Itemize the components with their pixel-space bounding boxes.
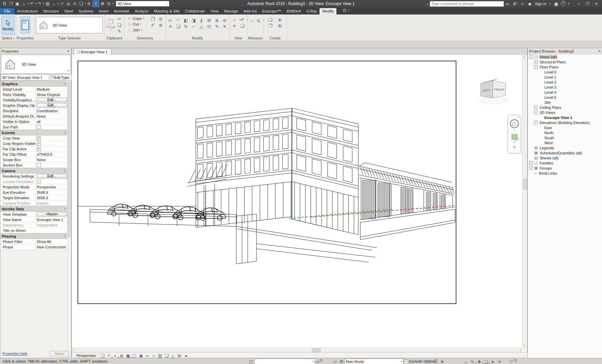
checkbox[interactable]: ✓ bbox=[37, 142, 41, 146]
tree-item-floor-plans[interactable]: −Floor Plans bbox=[528, 64, 602, 69]
minimize-button[interactable]: ─ bbox=[575, 1, 582, 7]
text-icon[interactable]: A bbox=[72, 1, 78, 7]
demolish-icon[interactable]: ⊚ bbox=[157, 22, 164, 28]
project-browser-header[interactable]: Project Browser - Building3 ✕ bbox=[528, 48, 602, 54]
tree-item-west[interactable]: West bbox=[528, 140, 602, 145]
properties-panel-label[interactable]: Properties bbox=[16, 36, 34, 40]
match-type-icon[interactable]: ✎ bbox=[116, 28, 123, 34]
restore-button[interactable]: ❐ bbox=[584, 1, 591, 7]
tab-insert[interactable]: Insert bbox=[96, 8, 111, 14]
default-3d-view-icon[interactable]: ❑ bbox=[78, 1, 84, 7]
tree-item-sheets-all-[interactable]: ▧Sheets (all) bbox=[528, 155, 602, 160]
aligned-dimension-icon[interactable]: ↗ bbox=[59, 1, 65, 7]
cut-to-clipboard-icon[interactable]: ✂ bbox=[116, 16, 123, 22]
active-view-combo[interactable]: 3D View ▾ bbox=[116, 1, 170, 7]
hide-isolate-icon[interactable]: ❏ bbox=[238, 23, 246, 29]
sign-in-dropdown-icon[interactable]: ▾ bbox=[548, 1, 552, 7]
collapse-icon[interactable]: « bbox=[63, 208, 66, 210]
tab-add-ins[interactable]: Add-Ins bbox=[241, 8, 260, 14]
type-selector-panel-label[interactable]: Type Selector bbox=[34, 36, 104, 40]
vertical-scrollbar[interactable]: ▴ ▾ bbox=[522, 55, 527, 347]
search-icon[interactable]: ∞ bbox=[505, 1, 511, 7]
tree-item-level-2[interactable]: Level 2 bbox=[528, 80, 602, 85]
tab-annotate[interactable]: Annotate bbox=[111, 8, 132, 14]
tab-view[interactable]: View bbox=[208, 8, 221, 14]
properties-palette-header[interactable]: Properties ✕ bbox=[0, 48, 71, 54]
checkbox[interactable]: ✓ bbox=[37, 147, 41, 151]
viewcube[interactable]: LEFT FRONT bbox=[478, 76, 510, 107]
worksharing-display-icon[interactable]: ☼ bbox=[462, 359, 469, 364]
collapse-icon[interactable]: − bbox=[529, 55, 533, 59]
copy-to-clipboard-icon[interactable]: ❏ bbox=[116, 22, 123, 28]
offset-icon[interactable]: ◠ bbox=[174, 17, 182, 23]
tree-item-north[interactable]: North bbox=[528, 130, 602, 135]
tree-item-level-0[interactable]: Level 0 bbox=[528, 69, 602, 74]
tab-steel[interactable]: Steel bbox=[62, 8, 76, 14]
switch-windows-icon[interactable]: ⊟ bbox=[106, 1, 112, 7]
exclude-options-checkbox[interactable]: ✓ bbox=[404, 359, 408, 364]
property-value[interactable]: ✓ bbox=[36, 146, 67, 151]
horizontal-scrollbar[interactable]: ◂ ▸ bbox=[72, 347, 527, 353]
checkbox[interactable] bbox=[37, 125, 41, 129]
delete-icon[interactable]: ✕ bbox=[221, 23, 229, 29]
edit-button[interactable]: <None> bbox=[37, 212, 67, 216]
mirror-draw-axis-icon[interactable]: ◨ bbox=[190, 17, 198, 23]
scale-icon[interactable]: △ bbox=[198, 23, 205, 29]
property-value[interactable]: Perspective bbox=[36, 184, 67, 189]
match-properties-icon[interactable]: ✎ bbox=[213, 23, 221, 29]
clipboard-panel-label[interactable]: Clipboard bbox=[104, 36, 124, 40]
active-workset-combo[interactable]: ▾ bbox=[254, 359, 315, 364]
property-value[interactable]: Coordination bbox=[36, 108, 67, 113]
save-icon[interactable]: ▣ bbox=[14, 1, 20, 7]
press-drag-icon[interactable]: ➤ bbox=[439, 358, 446, 364]
tree-item-site[interactable]: Site bbox=[528, 100, 602, 105]
tree-item-views-all-[interactable]: −◫Views (all) bbox=[528, 54, 602, 59]
property-value[interactable] bbox=[36, 124, 67, 129]
close-inactive-views-icon[interactable]: ⊠ bbox=[100, 1, 106, 7]
close-icon[interactable]: ✕ bbox=[67, 49, 70, 53]
filter-icon[interactable]: ▽ bbox=[508, 358, 514, 364]
collapse-icon[interactable]: « bbox=[63, 83, 66, 85]
tree-item-elevations-building-elevation-[interactable]: −Elevations (Building Elevation) bbox=[528, 120, 602, 125]
create-similar-icon[interactable]: ❐ bbox=[266, 23, 275, 29]
property-value[interactable]: Enscape View 1 bbox=[36, 217, 67, 222]
tab-collaborate[interactable]: Collaborate bbox=[182, 8, 208, 14]
cut-profile-icon[interactable]: ≡ bbox=[230, 23, 238, 29]
cut-geometry-button[interactable]: ○Cut▾ bbox=[126, 21, 144, 27]
search-input[interactable] bbox=[430, 1, 504, 7]
unpin-icon[interactable]: ⊖ bbox=[221, 17, 229, 23]
edit-type-button[interactable]: ❐ Edit Type bbox=[49, 74, 72, 81]
editing-requests-icon[interactable]: ✎✕ bbox=[469, 359, 476, 364]
tree-item-3d-views[interactable]: −3D Views bbox=[528, 110, 602, 115]
collapse-icon[interactable]: − bbox=[534, 111, 538, 114]
scroll-left-icon[interactable]: ◂ bbox=[73, 349, 74, 352]
property-value[interactable]: Show Original bbox=[36, 92, 67, 97]
navigation-bar[interactable]: ✕ ▾ ▾ ⊖ bbox=[508, 115, 521, 153]
apply-coping-icon[interactable]: ❐ bbox=[149, 16, 157, 22]
tab-manage[interactable]: Manage bbox=[221, 8, 241, 14]
tree-item-level-3[interactable]: Level 3 bbox=[528, 85, 602, 90]
geometry-panel-label[interactable]: Geometry bbox=[124, 36, 166, 40]
property-value[interactable]: Edit... bbox=[36, 97, 67, 102]
tab-architecture[interactable]: Architecture bbox=[14, 8, 40, 14]
model-updates-icon[interactable]: ❏✕ bbox=[483, 359, 489, 364]
pin-icon[interactable]: ⊕ bbox=[213, 17, 221, 23]
tab-enscape-[interactable]: Enscape™ bbox=[260, 8, 284, 14]
property-value[interactable]: Show All bbox=[36, 239, 67, 244]
trim-extend-icon[interactable]: ⌐ bbox=[190, 23, 198, 29]
tree-item-south[interactable]: South bbox=[528, 135, 602, 140]
property-section-header[interactable]: Identity Data« bbox=[0, 206, 67, 212]
select-toggle-icon[interactable]: ➤ bbox=[489, 359, 496, 364]
property-value[interactable]: all bbox=[36, 119, 67, 124]
instance-selector-combo[interactable]: 3D View: Enscape View 1 ▾ bbox=[1, 74, 51, 81]
expand-icon[interactable]: + bbox=[534, 60, 538, 64]
property-section-header[interactable]: Phasing« bbox=[0, 233, 67, 239]
viewport[interactable]: LEFT FRONT ✕ ▾ ▾ ⊖ bbox=[72, 55, 522, 347]
align-icon[interactable]: ⊨ bbox=[167, 17, 174, 23]
properties-scrollbar[interactable] bbox=[67, 81, 71, 349]
move-icon[interactable]: ✛ bbox=[167, 23, 174, 29]
property-value[interactable]: ✓ bbox=[36, 135, 67, 141]
app-store-icon[interactable]: ▣ bbox=[553, 1, 559, 7]
zoom-region-icon[interactable] bbox=[512, 134, 517, 140]
join-geometry-button[interactable]: ◌Join▾ bbox=[126, 27, 144, 33]
